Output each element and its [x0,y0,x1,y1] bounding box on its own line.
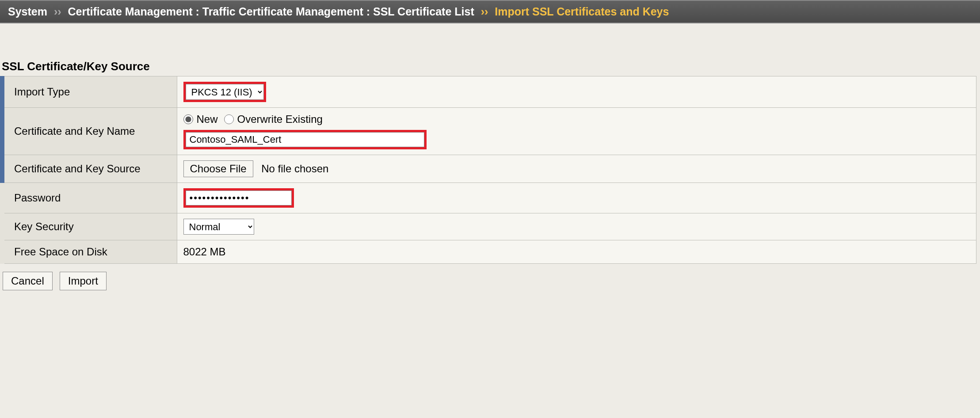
breadcrumb: System ›› Certificate Management : Traff… [0,0,980,23]
file-status: No file chosen [261,163,328,175]
cancel-button[interactable]: Cancel [3,272,53,290]
highlight-import-type: PKCS 12 (IIS) [183,82,266,102]
highlight-cert-name [183,130,427,149]
password-input[interactable] [186,190,292,205]
free-space-value: 8022 MB [177,240,976,264]
crumb-system[interactable]: System [8,5,47,18]
key-security-select[interactable]: Normal [183,219,254,235]
button-row: Cancel Import [0,264,978,298]
choose-file-button[interactable]: Choose File [183,160,253,177]
label-free-space: Free Space on Disk [2,240,177,264]
radio-new-label: New [197,113,218,125]
radio-new[interactable] [183,114,193,124]
import-button[interactable]: Import [60,272,107,290]
cert-key-name-input[interactable] [186,132,424,147]
highlight-password [183,188,294,208]
crumb-current: Import SSL Certificates and Keys [495,5,669,18]
crumb-cert-mgmt[interactable]: Certificate Management : Traffic Certifi… [68,5,474,18]
radio-overwrite[interactable] [224,114,234,124]
crumb-sep: ›› [54,5,61,18]
form-table: Import Type PKCS 12 (IIS) Certificate an… [0,76,976,264]
label-key-security: Key Security [2,213,177,240]
crumb-sep: ›› [481,5,488,18]
label-import-type: Import Type [2,76,177,108]
label-password: Password [2,183,177,213]
section-title: SSL Certificate/Key Source [0,60,978,76]
label-cert-key-source: Certificate and Key Source [2,155,177,183]
import-type-select[interactable]: PKCS 12 (IIS) [186,84,264,100]
label-cert-key-name: Certificate and Key Name [2,108,177,155]
radio-overwrite-label: Overwrite Existing [237,113,323,125]
cert-name-mode-radios: New Overwrite Existing [183,113,970,125]
